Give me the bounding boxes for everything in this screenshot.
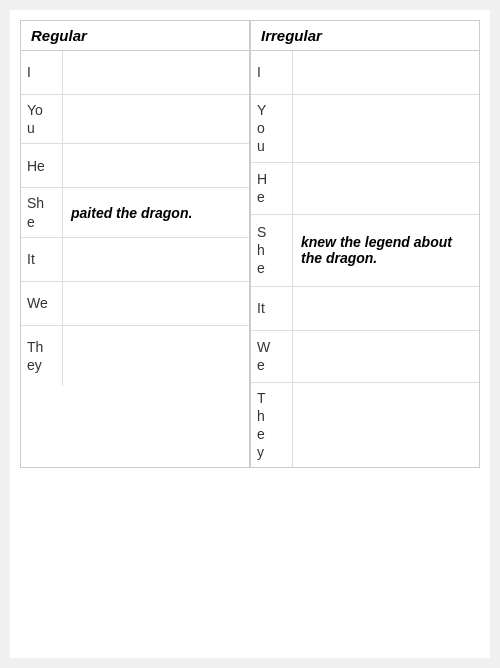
page-container: Regular I Yo u He Sh e paited the dragon… (10, 10, 490, 658)
table-row: Yo u (21, 95, 249, 144)
pronoun-cell: I (21, 51, 63, 94)
pronoun-cell: W e (251, 331, 293, 382)
content-cell (63, 51, 249, 94)
table-row: T h e y (251, 383, 479, 468)
regular-header: Regular (21, 21, 249, 51)
pronoun-cell: Sh e (21, 188, 63, 236)
table-row: Y o u (251, 95, 479, 163)
pronoun-cell: It (251, 287, 293, 330)
table-row: H e (251, 163, 479, 215)
content-cell (63, 95, 249, 143)
pronoun-cell: Th ey (21, 326, 63, 386)
pronoun-cell: Y o u (251, 95, 293, 162)
content-cell (63, 326, 249, 386)
table-row: I (251, 51, 479, 95)
pronoun-cell: T h e y (251, 383, 293, 468)
pronoun-cell: Yo u (21, 95, 63, 143)
table-row: Th ey (21, 326, 249, 386)
irregular-table: Irregular I Y o u H e S h e knew the leg… (250, 20, 480, 468)
pronoun-cell: I (251, 51, 293, 94)
content-cell (293, 51, 479, 94)
pronoun-cell: H e (251, 163, 293, 214)
content-cell (293, 95, 479, 162)
table-row: It (21, 238, 249, 282)
content-cell (293, 287, 479, 330)
content-cell-italic: paited the dragon. (63, 188, 249, 236)
pronoun-cell: S h e (251, 215, 293, 286)
table-row: Sh e paited the dragon. (21, 188, 249, 237)
table-row: He (21, 144, 249, 188)
content-cell (293, 383, 479, 468)
table-row: I (21, 51, 249, 95)
content-cell-italic: knew the legend about the dragon. (293, 215, 479, 286)
table-row: S h e knew the legend about the dragon. (251, 215, 479, 287)
pronoun-cell: He (21, 144, 63, 187)
table-row: W e (251, 331, 479, 383)
pronoun-cell: We (21, 282, 63, 325)
content-cell (63, 238, 249, 281)
regular-table: Regular I Yo u He Sh e paited the dragon… (20, 20, 250, 468)
content-cell (293, 331, 479, 382)
irregular-header: Irregular (251, 21, 479, 51)
pronoun-cell: It (21, 238, 63, 281)
content-cell (63, 282, 249, 325)
table-row: It (251, 287, 479, 331)
tables-wrapper: Regular I Yo u He Sh e paited the dragon… (20, 20, 480, 468)
content-cell (63, 144, 249, 187)
table-row: We (21, 282, 249, 326)
content-cell (293, 163, 479, 214)
